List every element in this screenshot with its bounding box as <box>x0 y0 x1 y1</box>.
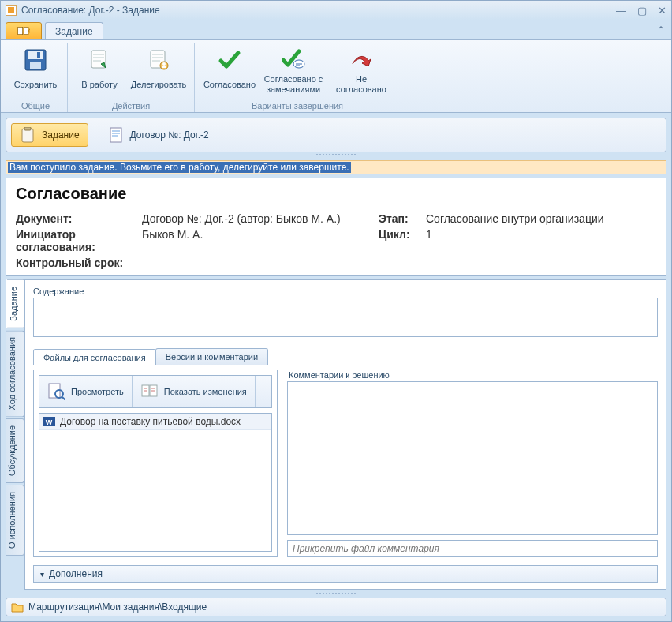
label-stage: Этап: <box>379 212 426 225</box>
rejected-button[interactable]: Не согласовано <box>327 45 395 97</box>
app-menu-button[interactable] <box>6 22 42 39</box>
nav-bar: Задание Договор №: Дог.-2 <box>6 118 666 152</box>
content-label: Содержание <box>25 280 666 298</box>
file-toolbar: Просмотреть Показать изменения <box>39 375 272 408</box>
info-banner: Вам поступило задание. Возьмите его в ра… <box>6 160 666 174</box>
close-button[interactable]: ✕ <box>658 5 666 17</box>
info-banner-text: Вам поступило задание. Возьмите его в ра… <box>8 162 351 173</box>
maximize-button[interactable]: ▢ <box>637 5 647 17</box>
comments-box[interactable] <box>287 381 658 535</box>
check-icon <box>217 47 242 73</box>
window-title: Согласование: Дог.-2 - Задание <box>21 5 160 16</box>
vtab-flow[interactable]: Ход согласования <box>6 330 24 417</box>
svg-rect-11 <box>22 129 33 142</box>
nav-document[interactable]: Договор №: Дог.-2 <box>99 123 218 147</box>
nav-task-label: Задание <box>42 129 80 141</box>
value-deadline <box>379 257 656 269</box>
svg-rect-5 <box>37 52 40 58</box>
minimize-button[interactable]: — <box>616 5 626 17</box>
ribbon: Сохранить Общие В работу <box>1 40 671 113</box>
compare-icon <box>140 382 159 401</box>
additions-expander[interactable]: ▾ Дополнения <box>33 565 658 583</box>
group-label-general: Общие <box>21 101 50 112</box>
attach-comment-input[interactable]: Прикрепить файл комментария <box>287 540 658 557</box>
file-name: Договор на поставку питьевой воды.docx <box>60 416 241 427</box>
ribbon-collapse-icon[interactable]: ⌃ <box>657 24 665 36</box>
file-area: Просмотреть Показать изменения <box>33 365 658 557</box>
floppy-icon <box>23 47 48 73</box>
nav-document-label: Договор №: Дог.-2 <box>130 129 209 141</box>
view-file-button[interactable]: Просмотреть <box>39 376 133 407</box>
value-initiator: Быков М. А. <box>142 228 379 253</box>
rejected-label: Не согласовано <box>330 74 393 95</box>
svg-text:W: W <box>46 418 53 426</box>
to-work-label: В работу <box>81 74 117 95</box>
approved-label: Согласовано <box>203 74 256 95</box>
delegate-button[interactable]: Делегировать <box>128 45 189 97</box>
ribbon-tabs: Задание ⌃ <box>1 20 671 40</box>
value-stage: Согласование внутри организации <box>426 212 656 225</box>
vtab-discussion[interactable]: Обсуждение <box>6 418 24 483</box>
comments-pane: Комментарии к решению Прикрепить файл ко… <box>287 370 658 557</box>
to-work-icon <box>87 47 112 73</box>
ribbon-group-actions: В работу Делегировать Дейст <box>68 43 195 112</box>
reject-icon <box>349 47 374 73</box>
vtab-task[interactable]: Задание <box>6 279 25 328</box>
approved-notes-button[interactable]: Согласовано с замечаниями <box>261 45 326 97</box>
ribbon-tab-task[interactable]: Задание <box>45 22 103 39</box>
svg-point-9 <box>162 62 166 66</box>
svg-rect-4 <box>30 62 41 69</box>
folder-icon <box>11 601 24 613</box>
htab-versions[interactable]: Версии и комментарии <box>155 348 268 365</box>
save-button[interactable]: Сохранить <box>9 45 62 97</box>
group-label-actions: Действия <box>112 101 150 112</box>
show-changes-label: Показать изменения <box>164 387 247 397</box>
svg-rect-3 <box>28 51 43 59</box>
page-title: Согласование <box>16 185 656 203</box>
content-input[interactable] <box>33 298 658 337</box>
additions-label: Дополнения <box>49 568 103 579</box>
app-icon <box>6 5 17 16</box>
clipboard-icon <box>20 127 35 143</box>
header-fields: Документ: Договор №: Дог.-2 (автор: Быко… <box>16 212 656 269</box>
ribbon-group-finish: Согласовано Согласовано с замечаниями <box>195 43 400 112</box>
word-icon: W <box>43 415 55 428</box>
header-panel: Согласование Документ: Договор №: Дог.-2… <box>6 178 666 276</box>
statusbar: Маршрутизация\Мои задания\Входящие <box>6 598 666 616</box>
gripper[interactable] <box>6 154 666 159</box>
magnifier-icon <box>47 382 66 401</box>
chevron-down-icon: ▾ <box>40 570 44 579</box>
svg-rect-13 <box>110 128 121 142</box>
titlebar: Согласование: Дог.-2 - Задание — ▢ ✕ <box>1 1 671 20</box>
label-cycle: Цикл: <box>379 228 426 253</box>
to-work-button[interactable]: В работу <box>73 45 126 97</box>
delegate-label: Делегировать <box>131 74 187 95</box>
label-deadline: Контрольный срок: <box>16 257 379 269</box>
svg-rect-1 <box>24 27 28 34</box>
delegate-icon <box>146 47 171 73</box>
list-item[interactable]: W Договор на поставку питьевой воды.docx <box>39 414 271 430</box>
svg-rect-12 <box>24 127 31 130</box>
file-pane: Просмотреть Показать изменения <box>33 370 278 557</box>
file-list[interactable]: W Договор на поставку питьевой воды.docx <box>39 413 272 552</box>
check-note-icon <box>281 47 306 73</box>
save-label: Сохранить <box>14 74 58 95</box>
book-icon <box>17 25 30 36</box>
label-document: Документ: <box>16 212 142 225</box>
approved-notes-label: Согласовано с замечаниями <box>263 74 323 95</box>
value-document: Договор №: Дог.-2 (автор: Быков М. А.) <box>142 212 379 225</box>
view-file-label: Просмотреть <box>71 387 124 397</box>
nav-task[interactable]: Задание <box>11 123 88 147</box>
value-cycle: 1 <box>426 228 656 253</box>
vertical-tabs: Задание Ход согласования Обсуждение О ис… <box>6 279 24 590</box>
svg-rect-0 <box>18 27 23 34</box>
comments-label: Комментарии к решению <box>287 370 658 381</box>
vtab-exec[interactable]: О исполнения <box>6 485 24 556</box>
show-changes-button[interactable]: Показать изменения <box>133 376 256 407</box>
body-area: Задание Ход согласования Обсуждение О ис… <box>6 279 666 590</box>
htab-files[interactable]: Файлы для согласования <box>33 349 156 365</box>
label-initiator: Инициатор согласования: <box>16 228 142 253</box>
ribbon-group-general: Сохранить Общие <box>4 43 68 112</box>
approved-button[interactable]: Согласовано <box>200 45 259 97</box>
body-panel: Содержание Файлы для согласования Версии… <box>24 279 666 590</box>
